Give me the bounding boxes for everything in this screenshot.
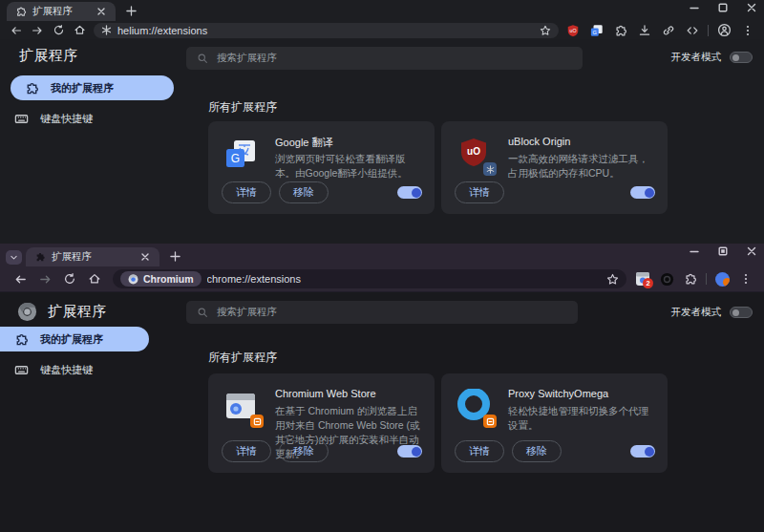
puzzle-icon [14, 332, 29, 347]
sidebar-item-keyboard-shortcuts[interactable]: 键盘快捷键 [0, 106, 183, 131]
address-bar[interactable]: Chromium chrome://extensions [113, 269, 626, 288]
developer-mode-label: 开发者模式 [671, 306, 722, 319]
forward-icon[interactable] [32, 268, 57, 289]
section-title: 所有扩展程序 [208, 350, 668, 366]
switchyomega-icon [456, 389, 491, 423]
address-bar[interactable]: helium://extensions [94, 23, 559, 38]
maximize-button[interactable] [718, 3, 728, 12]
update-count-badge: 2 [643, 278, 653, 288]
keyboard-icon [14, 363, 29, 377]
extension-enabled-toggle[interactable] [397, 445, 422, 458]
developer-mode-toggle[interactable] [730, 307, 753, 318]
minimize-button[interactable] [690, 246, 699, 256]
card-actions: 详情 [455, 181, 655, 203]
home-icon[interactable] [69, 22, 90, 38]
reload-icon[interactable] [57, 268, 82, 289]
forward-icon[interactable] [27, 22, 48, 38]
downloads-icon[interactable] [636, 22, 653, 39]
page-header: 扩展程序 搜索扩展程序 开发者模式 [0, 39, 764, 74]
developer-mode-toggle[interactable] [730, 52, 753, 63]
menu-dots-icon[interactable] [739, 22, 756, 39]
tab-search-icon[interactable] [6, 250, 22, 265]
remove-button[interactable]: 移除 [279, 181, 329, 203]
reload-icon[interactable] [48, 22, 69, 38]
details-button[interactable]: 详情 [222, 440, 271, 462]
page-title: 扩展程序 [19, 47, 78, 65]
url-text[interactable]: chrome://extensions [207, 273, 602, 285]
search-icon [197, 53, 208, 64]
google-translate-toolbar-icon[interactable]: G [588, 22, 605, 39]
search-input[interactable]: 搜索扩展程序 [186, 47, 583, 70]
bookmark-star-icon[interactable] [606, 273, 619, 286]
extension-cards: Chromium Web Store 在基于 Chromium 的浏览器上启用对… [208, 373, 668, 473]
sidebar-item-keyboard-shortcuts[interactable]: 键盘快捷键 [0, 357, 183, 382]
puzzle-favicon-icon [15, 6, 27, 17]
restore-button[interactable] [718, 246, 728, 256]
url-text[interactable]: helium://extensions [117, 25, 534, 36]
tab-strip: 扩展程序 [0, 244, 764, 266]
tab-extensions[interactable]: 扩展程序 [26, 247, 159, 266]
chromium-chip[interactable]: Chromium [120, 271, 202, 287]
sidebar-item-my-extensions[interactable]: 我的扩展程序 [11, 75, 174, 100]
ublock-toolbar-icon[interactable]: uO [564, 22, 582, 39]
toolbar-extension-icons: uO G [562, 22, 758, 39]
extension-description: 一款高效的网络请求过滤工具，占用极低的内存和CPU。 [508, 152, 658, 181]
link-icon[interactable] [660, 22, 677, 39]
tab-close-icon[interactable] [138, 250, 152, 264]
profile-icon[interactable] [715, 22, 732, 39]
window-controls [690, 246, 756, 256]
extension-enabled-toggle[interactable] [630, 186, 655, 199]
extension-enabled-toggle[interactable] [397, 186, 422, 199]
extension-card-chromium-web-store: Chromium Web Store 在基于 Chromium 的浏览器上启用对… [208, 373, 435, 473]
extension-description: 轻松快捷地管理和切换多个代理设置。 [508, 404, 658, 433]
close-button[interactable] [747, 246, 756, 256]
code-icon[interactable] [684, 22, 701, 39]
sidebar-item-label: 键盘快捷键 [40, 112, 93, 126]
search-input[interactable]: 搜索扩展程序 [186, 301, 578, 324]
back-icon[interactable] [6, 22, 27, 38]
extension-card-proxy-switchyomega: Proxy SwitchyOmega 轻松快捷地管理和切换多个代理设置。 详情 … [441, 373, 668, 473]
new-tab-button[interactable] [165, 246, 184, 266]
sidebar: 我的扩展程序 键盘快捷键 [0, 327, 183, 388]
main-panel: 所有扩展程序 G Google 翻译 浏览网页时可轻松查看翻译版本。由Googl… [208, 74, 668, 214]
menu-dots-icon[interactable] [737, 270, 754, 287]
home-icon[interactable] [82, 268, 107, 289]
bookmark-star-icon[interactable] [540, 25, 551, 36]
tab-extensions[interactable]: 扩展程序 [7, 2, 116, 21]
profile-avatar[interactable] [713, 270, 731, 287]
remove-button[interactable]: 移除 [512, 440, 562, 462]
back-icon[interactable] [8, 268, 32, 289]
developer-mode: 开发者模式 [671, 306, 753, 319]
tab-close-icon[interactable] [95, 5, 108, 18]
extensions-page: 扩展程序 搜索扩展程序 开发者模式 我的扩展程序 [0, 292, 764, 327]
ublock-origin-icon: uO [456, 137, 491, 171]
sidebar-item-my-extensions[interactable]: 我的扩展程序 [0, 327, 149, 351]
details-button[interactable]: 详情 [455, 181, 504, 203]
svg-text:G: G [593, 29, 597, 34]
card-actions: 详情 移除 [222, 440, 422, 462]
minimize-button[interactable] [690, 3, 699, 12]
extensions-puzzle-icon[interactable] [682, 270, 699, 287]
google-translate-icon: G [223, 137, 258, 171]
webstore-toolbar-icon[interactable]: 2 [634, 270, 651, 287]
installed-by-helium-badge [483, 162, 497, 176]
new-tab-button[interactable] [121, 1, 140, 20]
chromium-logo-icon [128, 274, 138, 285]
extension-name: Proxy SwitchyOmega [508, 388, 658, 399]
sidebar-item-label: 我的扩展程序 [40, 332, 103, 347]
sidebar-item-label: 我的扩展程序 [51, 81, 114, 96]
extensions-page: 扩展程序 搜索扩展程序 开发者模式 我的扩展程序 [0, 39, 764, 74]
extensions-puzzle-icon[interactable] [612, 22, 629, 39]
extension-card-ublock-origin: uO uBlock Origin 一款高效的网络请求过滤工具，占用极低的内存和C… [441, 121, 668, 214]
extension-enabled-toggle[interactable] [630, 445, 655, 458]
details-button[interactable]: 详情 [222, 181, 271, 203]
extension-description: 浏览网页时可轻松查看翻译版本。由Google翻译小组提供。 [275, 152, 425, 181]
webstore-source-badge [250, 415, 264, 428]
toolbar-separator [708, 25, 709, 36]
close-button[interactable] [747, 3, 756, 12]
details-button[interactable]: 详情 [455, 440, 504, 462]
remove-button[interactable]: 移除 [279, 440, 329, 462]
puzzle-icon [25, 81, 39, 96]
extension-icon-dark[interactable] [658, 270, 675, 287]
tab-title: 扩展程序 [52, 250, 133, 264]
